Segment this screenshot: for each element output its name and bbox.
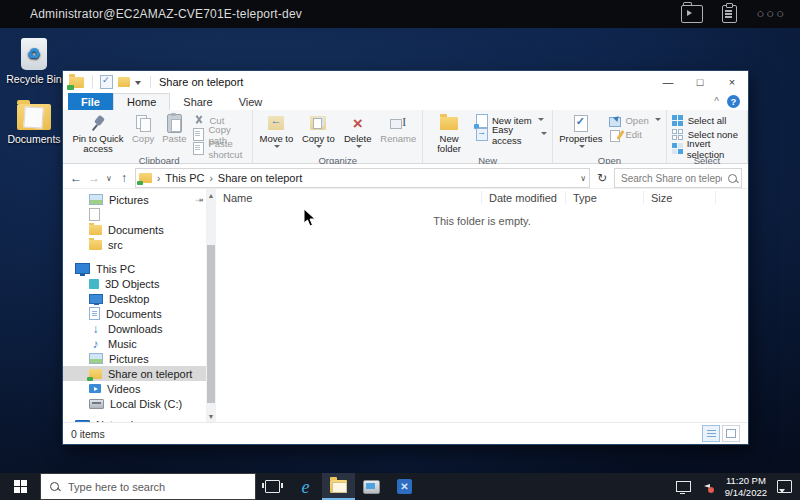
taskbar-clock[interactable]: 11:20 PM 9/14/2022: [725, 475, 767, 498]
address-bar: ← → ∨ ↑ › This PC › Share on teleport ∨ …: [63, 168, 748, 188]
taskbar-search-input[interactable]: [66, 480, 246, 494]
help-icon[interactable]: ?: [727, 95, 740, 108]
up-icon[interactable]: ↑: [117, 171, 131, 185]
start-button[interactable]: [0, 473, 40, 500]
easy-access-button[interactable]: Easy access: [476, 128, 547, 141]
sidebar-item-music[interactable]: Music 📌︎: [63, 336, 206, 351]
sidebar-item-desktop[interactable]: Desktop 📌︎: [63, 291, 206, 306]
pin-to-quick-access-button[interactable]: Pin to Quick access: [68, 110, 128, 155]
scroll-down-icon[interactable]: ▼: [208, 410, 215, 422]
back-icon[interactable]: ←: [69, 171, 83, 185]
title-bar[interactable]: Share on teleport — □ ×: [63, 71, 748, 93]
tab-home[interactable]: Home: [113, 93, 170, 110]
internet-explorer-button[interactable]: e: [289, 473, 322, 500]
forward-icon[interactable]: →: [87, 171, 101, 185]
new-folder-button[interactable]: New folder: [425, 110, 473, 155]
refresh-icon[interactable]: ↻: [594, 171, 610, 185]
column-header-name[interactable]: Name: [216, 191, 482, 204]
sidebar-item-label: 3D Objects: [105, 278, 159, 290]
sidebar-item-videos[interactable]: Videos 📌︎: [63, 381, 206, 396]
task-view-button[interactable]: [256, 473, 289, 500]
tab-file[interactable]: File: [68, 93, 113, 110]
properties-quick-icon[interactable]: [100, 75, 113, 89]
sidebar-item-downloads[interactable]: Downloads 📌︎: [63, 321, 206, 336]
rename-button[interactable]: Rename: [376, 110, 420, 155]
network-folder-icon: [69, 77, 84, 88]
column-header-size[interactable]: Size: [644, 191, 716, 204]
close-button[interactable]: ×: [716, 71, 748, 93]
explorer-search-input[interactable]: [619, 172, 724, 185]
sidebar-item-pictures[interactable]: Pictures 📌︎: [63, 192, 206, 207]
copy-to-button[interactable]: Copy to: [298, 110, 340, 155]
breadcrumb-this-pc[interactable]: This PC: [165, 172, 204, 184]
pictures-icon: [89, 194, 103, 205]
breadcrumb-share-on-teleport[interactable]: Share on teleport: [218, 172, 302, 184]
taskbar-search[interactable]: [40, 473, 256, 500]
select-all-button[interactable]: Select all: [672, 114, 742, 127]
delete-button[interactable]: × Delete: [339, 110, 376, 155]
details-view-button[interactable]: [702, 425, 720, 442]
sidebar-item-unnamed-file[interactable]: 📌︎: [63, 207, 206, 222]
paste-button[interactable]: Paste: [158, 110, 190, 155]
file-explorer-button[interactable]: [322, 473, 355, 500]
tab-share[interactable]: Share: [170, 93, 225, 110]
minimize-button[interactable]: —: [652, 71, 684, 93]
edit-button[interactable]: Edit: [609, 128, 660, 141]
scroll-thumb[interactable]: [207, 245, 215, 403]
column-header-date-modified[interactable]: Date modified: [482, 191, 566, 204]
explorer-search[interactable]: [614, 168, 742, 188]
nav-scrollbar[interactable]: ▲ ▼: [206, 189, 216, 422]
desktop-icon-recycle-bin[interactable]: ♻ Recycle Bin: [2, 36, 66, 85]
clipboard-icon[interactable]: [722, 5, 737, 23]
sidebar-item-documents[interactable]: Documents 📌︎: [63, 222, 206, 237]
copy-to-icon: [310, 116, 326, 130]
sidebar-item-3d-objects[interactable]: 3D Objects 📌︎: [63, 276, 206, 291]
sidebar-item-pictures[interactable]: Pictures 📌︎: [63, 351, 206, 366]
copy-button[interactable]: Copy: [128, 110, 158, 155]
desktop[interactable]: ♻ Recycle Bin Documents Share on telepor…: [0, 28, 800, 473]
system-tray: 11:20 PM 9/14/2022: [676, 473, 800, 500]
share-directory-icon[interactable]: [681, 5, 703, 23]
file-list-pane[interactable]: Name Date modified Type Size This folder…: [216, 189, 748, 422]
customize-toolbar-dropdown-icon[interactable]: [135, 81, 141, 88]
more-options-icon[interactable]: ○○○: [756, 6, 786, 22]
tray-time: 11:20 PM: [725, 475, 767, 486]
new-folder-quick-icon[interactable]: [118, 77, 130, 87]
teleport-session-bar: Administrator@EC2AMAZ-CVE701E-teleport-d…: [0, 0, 800, 28]
documents-icon: [89, 307, 100, 320]
large-icons-view-button[interactable]: [722, 425, 740, 442]
action-center-icon[interactable]: [777, 480, 792, 493]
ribbon-home: Pin to Quick access Copy Paste: [63, 110, 748, 164]
server-manager-button[interactable]: [355, 473, 388, 500]
desktop-icon-label: Recycle Bin: [2, 73, 66, 85]
open-button[interactable]: Open: [609, 114, 660, 127]
sidebar-item-share-on-teleport[interactable]: Share on teleport 📌︎: [63, 366, 206, 381]
breadcrumb[interactable]: › This PC › Share on teleport ∨: [135, 168, 590, 188]
invert-selection-button[interactable]: Invert selection: [672, 142, 742, 155]
address-dropdown-icon[interactable]: ∨: [580, 174, 586, 183]
sidebar-item-local-disk-c[interactable]: Local Disk (C:) 📌︎: [63, 396, 206, 411]
properties-button[interactable]: Properties: [555, 110, 606, 155]
recent-locations-dropdown-icon[interactable]: ∨: [105, 174, 113, 183]
sidebar-item-src[interactable]: src 📌︎: [63, 237, 206, 252]
paste-icon: [167, 114, 182, 133]
desktop-icon-documents[interactable]: Documents: [2, 96, 66, 145]
move-to-button[interactable]: Move to: [255, 110, 297, 155]
tab-view[interactable]: View: [226, 93, 276, 110]
ribbon-group-open: Properties Open Edit: [553, 110, 667, 163]
maximize-button[interactable]: □: [684, 71, 716, 93]
sidebar-item-documents[interactable]: Documents 📌︎: [63, 306, 206, 321]
dropdown-arrow-icon: [538, 118, 544, 124]
volume-muted-icon[interactable]: [701, 481, 715, 493]
network-icon[interactable]: [676, 481, 691, 492]
paste-shortcut-button[interactable]: Paste shortcut: [193, 142, 247, 155]
easy-access-icon: [476, 128, 488, 141]
quick-access-toolbar: [92, 75, 141, 89]
column-header-type[interactable]: Type: [566, 191, 644, 204]
sidebar-item-this-pc[interactable]: This PC 📌︎: [63, 261, 206, 276]
powershell-button[interactable]: ✕: [388, 473, 421, 500]
videos-icon: [89, 384, 101, 393]
scroll-up-icon[interactable]: ▲: [208, 189, 215, 201]
screen: Administrator@EC2AMAZ-CVE701E-teleport-d…: [0, 0, 800, 500]
collapse-ribbon-icon[interactable]: ^: [714, 96, 719, 107]
